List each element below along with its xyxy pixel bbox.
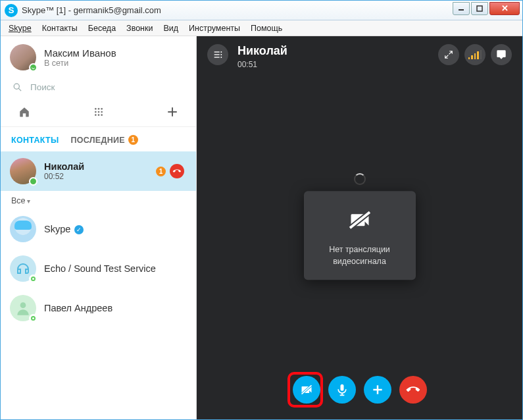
presence-icon xyxy=(29,314,37,323)
self-name: Максим Иванов xyxy=(44,47,116,59)
contact-avatar xyxy=(10,158,36,184)
call-panel: Николай 00:51 Нет трансляции xyxy=(197,36,522,419)
loading-spinner-icon xyxy=(354,173,366,185)
contact-avatar xyxy=(10,216,36,242)
presence-online-icon xyxy=(29,177,37,186)
contact-avatar xyxy=(10,295,36,321)
hangup-mini-button[interactable] xyxy=(170,164,184,178)
new-conversation-button[interactable] xyxy=(166,105,179,118)
svg-rect-16 xyxy=(214,51,220,52)
svg-point-5 xyxy=(97,108,99,110)
tab-contacts[interactable]: КОНТАКТЫ xyxy=(11,135,59,145)
signal-icon xyxy=(468,50,482,59)
window-title: Skype™ [1] - germanik5@gmail.com xyxy=(22,5,451,15)
contact-name: Николай xyxy=(44,161,156,172)
call-timer: 00:51 xyxy=(237,60,287,69)
svg-point-9 xyxy=(101,111,103,113)
svg-point-7 xyxy=(95,111,97,113)
svg-point-12 xyxy=(101,114,103,116)
sidebar: Максим Иванов В сети Поиск КОНТАКТЫ ПОСЛ… xyxy=(1,36,197,419)
contact-avatar xyxy=(10,255,36,282)
window-close-button[interactable]: ✕ xyxy=(489,2,520,15)
menu-view[interactable]: Вид xyxy=(158,22,184,35)
svg-rect-18 xyxy=(214,57,220,57)
video-status-text-1: Нет трансляции xyxy=(329,245,390,254)
menu-tools[interactable]: Инструменты xyxy=(184,22,245,35)
recent-badge: 1 xyxy=(128,135,138,145)
contact-name: Павел Андреев xyxy=(44,303,187,313)
tab-recent-label: ПОСЛЕДНИЕ xyxy=(70,136,125,145)
verified-icon: ✓ xyxy=(74,225,84,234)
contact-call-duration: 00:52 xyxy=(44,172,156,181)
svg-rect-17 xyxy=(214,54,220,55)
svg-line-3 xyxy=(18,88,21,91)
chat-button[interactable] xyxy=(491,44,512,65)
svg-point-11 xyxy=(97,114,99,116)
svg-rect-1 xyxy=(477,6,482,11)
self-profile[interactable]: Максим Иванов В сети xyxy=(1,36,196,76)
window-titlebar: S Skype™ [1] - germanik5@gmail.com ✕ xyxy=(1,1,522,20)
window-maximize-button[interactable] xyxy=(471,2,488,15)
presence-icon xyxy=(29,275,37,283)
call-controls xyxy=(197,376,522,404)
person-icon xyxy=(14,300,32,317)
contact-name: Skype✓ xyxy=(44,224,187,234)
svg-point-4 xyxy=(95,108,97,110)
call-contact-name: Николай xyxy=(237,44,287,58)
unread-badge: 1 xyxy=(156,167,166,176)
add-participant-button[interactable] xyxy=(364,376,391,404)
video-status-text-2: видеосигнала xyxy=(333,257,386,267)
tab-recent[interactable]: ПОСЛЕДНИЕ 1 xyxy=(70,135,138,145)
fullscreen-button[interactable] xyxy=(438,44,459,65)
menubar: Skype Контакты Беседа Звонки Вид Инструм… xyxy=(1,20,522,36)
skype-logo-icon: S xyxy=(5,4,18,17)
search-placeholder: Поиск xyxy=(30,82,55,92)
svg-point-15 xyxy=(20,302,26,308)
svg-point-20 xyxy=(220,54,222,55)
contacts-filter[interactable]: Все xyxy=(1,191,196,209)
hangup-button[interactable] xyxy=(399,376,427,404)
video-status-panel: Нет трансляции видеосигнала xyxy=(304,191,416,280)
svg-point-10 xyxy=(95,114,97,116)
toggle-video-button[interactable] xyxy=(293,376,320,404)
home-button[interactable] xyxy=(18,105,31,118)
menu-contacts[interactable]: Контакты xyxy=(37,22,83,35)
menu-skype[interactable]: Skype xyxy=(3,22,37,35)
self-avatar xyxy=(10,44,36,70)
presence-online-icon xyxy=(29,63,37,72)
contact-name: Echo / Sound Test Service xyxy=(44,263,187,274)
menu-conversation[interactable]: Беседа xyxy=(83,22,121,35)
toggle-mic-button[interactable] xyxy=(328,376,356,404)
video-off-icon xyxy=(345,208,374,232)
call-quality-button[interactable] xyxy=(464,44,486,65)
svg-point-6 xyxy=(101,108,103,110)
call-menu-button[interactable] xyxy=(207,44,228,65)
contact-skype[interactable]: Skype✓ xyxy=(1,209,196,249)
contact-echo[interactable]: Echo / Sound Test Service xyxy=(1,249,196,288)
headset-icon xyxy=(15,261,31,276)
search-input[interactable]: Поиск xyxy=(1,76,196,101)
contact-pavel[interactable]: Павел Андреев xyxy=(1,288,196,328)
svg-point-8 xyxy=(97,111,99,113)
search-icon xyxy=(12,82,22,92)
svg-point-2 xyxy=(14,84,19,89)
svg-point-19 xyxy=(220,51,222,53)
menu-help[interactable]: Помощь xyxy=(245,22,287,35)
svg-point-21 xyxy=(220,57,222,58)
self-status: В сети xyxy=(44,59,116,68)
dialpad-button[interactable] xyxy=(92,105,105,118)
contact-active-call[interactable]: Николай 00:52 1 xyxy=(1,151,196,191)
window-minimize-button[interactable] xyxy=(453,2,470,15)
menu-calls[interactable]: Звонки xyxy=(121,22,158,35)
